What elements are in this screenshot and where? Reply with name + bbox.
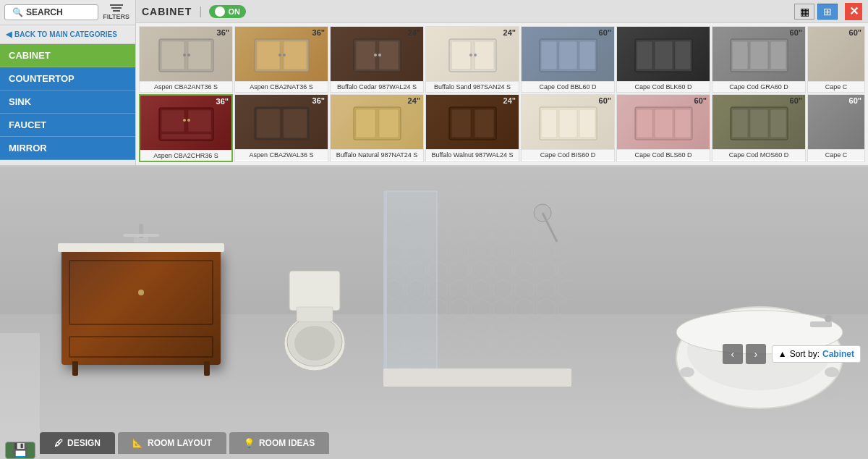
tab-room-layout[interactable]: 📐 ROOM LAYOUT xyxy=(118,432,226,454)
size-badge: 60" xyxy=(790,28,802,37)
svg-point-9 xyxy=(283,54,286,56)
svg-rect-11 xyxy=(356,41,375,70)
tab-design-label: DESIGN xyxy=(67,438,101,448)
toilet xyxy=(275,271,354,379)
product-card-cape-cod-gra60[interactable]: 60" Cape Cod GRA60 D xyxy=(712,26,806,93)
sidebar-item-faucet[interactable]: FAUCET xyxy=(0,114,135,137)
leg-right xyxy=(204,361,210,376)
product-name: Cape Cod GRA60 D xyxy=(712,81,805,92)
svg-rect-7 xyxy=(284,41,307,70)
product-name: Cape Cod BLK60 D xyxy=(617,81,710,92)
prev-arrow-button[interactable]: ‹ xyxy=(723,344,743,364)
toggle-on-switch[interactable]: ON xyxy=(209,5,246,18)
svg-rect-16 xyxy=(451,41,471,70)
filters-button[interactable]: FILTERS xyxy=(101,3,131,22)
svg-rect-45 xyxy=(451,109,471,138)
product-card-cape-cod-partial[interactable]: 60" Cape C xyxy=(807,26,865,93)
product-card-cape-cod-bis60[interactable]: 60" Cape Cod BIS60 D xyxy=(521,94,615,162)
svg-rect-12 xyxy=(379,41,399,70)
svg-point-18 xyxy=(469,54,472,56)
product-card-buffalo-cedar24[interactable]: 24" Buffalo Cedar 987WAL24 S xyxy=(330,26,424,93)
product-name: Aspen CBA2CHR36 S xyxy=(140,150,231,161)
product-card-cape-partial-2[interactable]: 60" Cape C xyxy=(807,94,865,162)
product-card-buffalo-wal24[interactable]: 24" Buffalo Walnut 987WAL24 S xyxy=(425,94,519,162)
svg-point-36 xyxy=(183,119,186,122)
size-badge: 36" xyxy=(312,28,325,37)
next-arrow-button[interactable]: › xyxy=(746,344,766,364)
svg-rect-53 xyxy=(655,109,673,138)
product-card-aspen-wal36[interactable]: 36" Aspen CBA2WAL36 S xyxy=(234,94,328,162)
bottom-tabs: 🖊 DESIGN 📐 ROOM LAYOUT 💡 ROOM IDEAS xyxy=(0,426,868,459)
filter-icon-line3 xyxy=(113,10,120,12)
product-row-1: 36" Aspen CBA2ANT36 S 36" Aspen CBA2NAT3… xyxy=(139,26,865,93)
size-badge: 60" xyxy=(599,96,611,105)
tab-design[interactable]: 🖊 DESIGN xyxy=(40,432,115,454)
product-card-cape-cod-mos60[interactable]: 60" Cape Cod MOS60 D xyxy=(712,94,806,162)
sort-value: Cabinet xyxy=(822,349,854,359)
sidebar-item-countertop[interactable]: COUNTERTOP xyxy=(0,67,135,90)
svg-rect-23 xyxy=(579,41,595,70)
svg-rect-69 xyxy=(383,191,386,379)
close-button[interactable]: ✕ xyxy=(845,3,862,20)
product-card-cape-cod-bls60[interactable]: 60" Cape Cod BLS60 D xyxy=(616,94,710,162)
list-view-button[interactable]: ▦ xyxy=(794,4,814,20)
list-icon: ▦ xyxy=(800,6,809,17)
sidebar-item-sink[interactable]: SINK xyxy=(0,90,135,114)
shower-enclosure xyxy=(383,184,571,387)
svg-point-80 xyxy=(825,367,839,377)
divider: | xyxy=(199,5,202,18)
product-card-buffalo-nat24[interactable]: 24" Buffalo Natural 987NAT24 S xyxy=(330,94,424,162)
svg-point-4 xyxy=(187,54,190,56)
filters-label: FILTERS xyxy=(103,13,129,20)
svg-rect-57 xyxy=(750,109,768,138)
svg-point-13 xyxy=(374,54,377,56)
svg-point-65 xyxy=(294,326,335,361)
svg-rect-81 xyxy=(810,321,832,327)
product-name: Cape Cod BIS60 D xyxy=(522,149,614,160)
back-arrow-icon: ◀ xyxy=(6,30,12,39)
toggle-circle xyxy=(215,7,225,17)
svg-point-3 xyxy=(183,54,186,56)
size-badge: 36" xyxy=(216,97,229,106)
grid-icon: ⊞ xyxy=(823,6,832,17)
svg-rect-58 xyxy=(770,109,786,138)
back-to-main-button[interactable]: ◀ BACK TO MAIN CATEGORIES xyxy=(0,25,135,44)
faucet xyxy=(119,224,163,245)
tab-room-ideas[interactable]: 💡 ROOM IDEAS xyxy=(229,432,329,454)
search-button[interactable]: 🔍 SEARCH xyxy=(4,4,98,20)
panel-title: CABINET xyxy=(142,6,192,17)
product-card-buffalo-sand24[interactable]: 24" Buffalo Sand 987SAN24 S xyxy=(425,26,519,93)
view-toggle-group: ▦ ⊞ xyxy=(794,4,838,20)
product-card-aspen-nat36[interactable]: 36" Aspen CBA2NAT36 S xyxy=(234,26,328,93)
search-label: SEARCH xyxy=(26,7,63,17)
sort-select[interactable]: ▲ Sort by: Cabinet xyxy=(772,345,861,363)
product-row-2: 36" Aspen CBA2CHR36 S 36" Aspen CBA2WAL3… xyxy=(139,94,865,162)
svg-point-19 xyxy=(474,54,477,56)
size-badge: 60" xyxy=(599,28,611,37)
sort-up-icon: ▲ xyxy=(778,349,787,359)
bathtub xyxy=(665,271,854,416)
svg-point-82 xyxy=(825,315,832,322)
search-icon: 🔍 xyxy=(12,7,23,17)
svg-rect-21 xyxy=(541,41,557,70)
svg-rect-49 xyxy=(559,109,577,138)
size-badge: 60" xyxy=(790,96,802,105)
size-badge: 60" xyxy=(694,96,707,105)
svg-rect-50 xyxy=(579,109,595,138)
grid-view-button[interactable]: ⊞ xyxy=(817,4,838,20)
filter-icon-line1 xyxy=(110,4,123,6)
tab-room-layout-label: ROOM LAYOUT xyxy=(148,438,212,448)
svg-rect-73 xyxy=(383,369,571,387)
product-card-aspen-ant36[interactable]: 36" Aspen CBA2ANT36 S xyxy=(139,26,233,93)
room-layout-icon: 📐 xyxy=(132,438,143,448)
product-card-aspen-chr36[interactable]: 36" Aspen CBA2CHR36 S xyxy=(139,94,233,162)
product-card-cape-cod-bbl60[interactable]: 60" Cape Cod BBL60 D xyxy=(521,26,615,93)
product-name: Aspen CBA2WAL36 S xyxy=(235,149,328,160)
size-badge: 24" xyxy=(503,28,516,37)
product-card-cape-cod-blk60[interactable]: 60" Cape Cod BLK60 D xyxy=(616,26,710,93)
vanity-cabinet xyxy=(61,249,221,365)
sidebar-item-mirror[interactable]: MIRROR xyxy=(0,137,135,160)
size-badge: 60" xyxy=(694,28,707,37)
sidebar-item-cabinet[interactable]: CABINET xyxy=(0,44,135,67)
svg-rect-35 xyxy=(161,134,211,139)
